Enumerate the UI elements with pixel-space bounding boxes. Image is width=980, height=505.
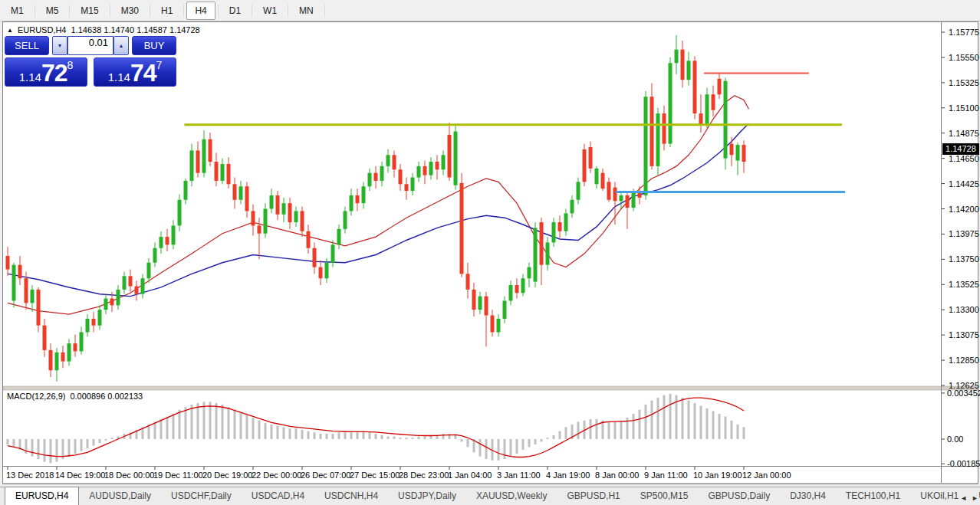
- macd-histogram-bar: [154, 421, 156, 439]
- tab-scroll-left-icon[interactable]: ◄: [960, 494, 967, 502]
- macd-histogram-bar: [719, 414, 721, 439]
- pane-splitter[interactable]: [4, 386, 978, 390]
- macd-histogram-bar: [565, 427, 567, 439]
- candle-body: [724, 81, 728, 159]
- candle-body: [282, 203, 286, 215]
- trade-panel-row2: 1.14728 1.14747: [5, 57, 176, 87]
- candle-body: [6, 256, 10, 270]
- macd-histogram-bar: [369, 432, 371, 439]
- macd-histogram-bar: [222, 405, 224, 439]
- macd-histogram-bar: [461, 439, 463, 441]
- macd-histogram-bar: [68, 439, 71, 457]
- macd-histogram-bar: [700, 406, 702, 439]
- macd-name: MACD(12,26,9): [7, 392, 65, 401]
- candle-body: [209, 139, 212, 162]
- price-tick-label: 1.15775: [949, 28, 979, 37]
- volume-increase-icon[interactable]: ▲: [113, 36, 129, 55]
- candle-body: [196, 150, 200, 172]
- candle-body: [583, 149, 587, 182]
- timeframe-button-m1[interactable]: M1: [2, 2, 32, 20]
- tab-dj30-h4[interactable]: DJ30,H4: [780, 487, 836, 505]
- candle-body: [620, 195, 623, 201]
- macd-histogram-bar: [81, 439, 83, 451]
- tab-tech100-h1[interactable]: TECH100,H1: [836, 487, 910, 505]
- price-tick-label: 1.13300: [949, 305, 979, 314]
- timeframe-button-m5[interactable]: M5: [38, 2, 67, 20]
- macd-histogram-bar: [547, 438, 549, 439]
- candle-body: [350, 195, 354, 211]
- candle-body: [693, 61, 697, 113]
- candle-body: [49, 350, 53, 370]
- chart-title: ▲ EURUSD,H4 1.14638 1.14740 1.14587 1.14…: [7, 25, 200, 34]
- candle-body: [607, 182, 611, 199]
- tab-gbpusd-daily[interactable]: GBPUSD,Daily: [698, 487, 780, 505]
- candle-body: [546, 242, 550, 264]
- tab-gbpusd-h1[interactable]: GBPUSD,H1: [557, 487, 630, 505]
- macd-histogram-bar: [277, 426, 279, 439]
- sell-button[interactable]: SELL: [5, 36, 49, 55]
- macd-histogram-bar: [307, 431, 310, 439]
- timeframe-button-m30[interactable]: M30: [113, 2, 147, 20]
- sell-price-box[interactable]: 1.14728: [5, 57, 87, 87]
- macd-histogram-bar: [320, 434, 322, 439]
- candle-body: [159, 237, 163, 248]
- chart-title-symbol: EURUSD,H4: [18, 25, 67, 34]
- buy-button[interactable]: BUY: [132, 36, 176, 55]
- candle-body: [442, 155, 446, 169]
- timeframe-button-h1[interactable]: H1: [153, 2, 181, 20]
- macd-histogram-bar: [209, 402, 212, 439]
- candle-body: [202, 139, 206, 173]
- tab-sp500-m15[interactable]: SP500,M15: [630, 487, 699, 505]
- timeframe-button-h4[interactable]: H4: [186, 2, 215, 20]
- candle-body: [135, 286, 139, 293]
- candle-body: [423, 166, 427, 175]
- macd-histogram-bar: [387, 437, 390, 439]
- tab-usdcnh-h4[interactable]: USDCNH,H4: [314, 487, 388, 505]
- macd-histogram-bar: [326, 434, 328, 439]
- macd-histogram-bar: [712, 411, 715, 439]
- macd-histogram-bar: [522, 439, 525, 450]
- tab-xauusd-weekly[interactable]: XAUUSD,Weekly: [466, 487, 557, 505]
- macd-histogram-bar: [725, 416, 727, 439]
- buy-price-big: 74: [130, 62, 156, 84]
- tab-usdcad-h4[interactable]: USDCAD,H4: [242, 487, 314, 505]
- tab-usdchf-daily[interactable]: USDCHF,Daily: [161, 487, 242, 505]
- buy-price-box[interactable]: 1.14747: [94, 57, 176, 87]
- candle-body: [638, 193, 642, 198]
- macd-histogram-bar: [289, 428, 291, 439]
- macd-histogram-bar: [185, 407, 187, 439]
- macd-histogram-bar: [111, 438, 113, 439]
- macd-histogram-bar: [485, 439, 488, 459]
- timeframe-button-mn[interactable]: MN: [291, 2, 322, 20]
- candle-body: [405, 184, 409, 191]
- price-tick-label: 1.15550: [949, 53, 979, 62]
- toolbar-separator: [110, 5, 110, 17]
- timeframe-button-w1[interactable]: W1: [255, 2, 285, 20]
- timeframe-button-d1[interactable]: D1: [221, 2, 249, 20]
- toolbar-separator: [252, 5, 252, 17]
- toolbar-separator: [218, 5, 219, 17]
- candle-body: [705, 94, 709, 125]
- macd-histogram-bar: [166, 416, 169, 439]
- tab-scroll-right-icon[interactable]: ►: [972, 494, 978, 502]
- timeframe-button-m15[interactable]: M15: [72, 2, 107, 20]
- price-tick-label: 1.14875: [949, 129, 979, 138]
- macd-histogram-bar: [160, 419, 163, 439]
- time-tick-label: 9 Jan 11:00: [644, 471, 688, 480]
- candle-body: [25, 278, 28, 303]
- candle-body: [595, 169, 599, 184]
- toolbar-separator: [35, 5, 35, 17]
- candle-body: [454, 132, 458, 185]
- macd-histogram-bar: [498, 439, 500, 461]
- price-tick-label: 1.13975: [949, 229, 979, 238]
- volume-input[interactable]: 0.01: [67, 36, 113, 55]
- macd-histogram-bar: [504, 439, 506, 459]
- collapse-triangle-icon[interactable]: ▲: [7, 26, 13, 34]
- tab-audusd-daily[interactable]: AUDUSD,Daily: [79, 487, 161, 505]
- macd-histogram-bar: [93, 439, 95, 446]
- volume-decrease-icon[interactable]: ▼: [52, 36, 67, 55]
- tab-usdjpy-daily[interactable]: USDJPY,Daily: [388, 487, 466, 505]
- tab-eurusd-h4[interactable]: EURUSD,H4: [5, 487, 79, 505]
- candle-body: [429, 162, 433, 175]
- macd-histogram-bar: [203, 402, 206, 439]
